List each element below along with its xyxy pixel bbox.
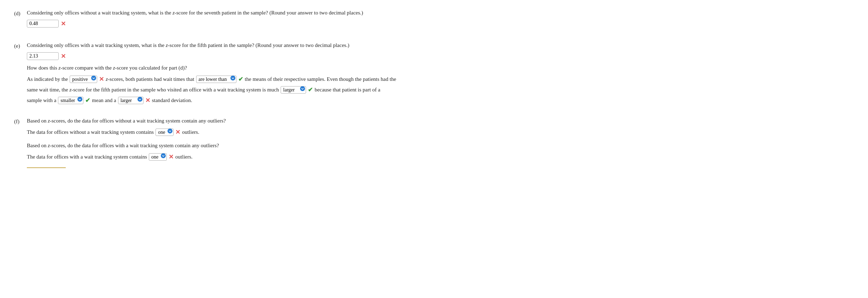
section-f-content: Based on z-scores, do the data for offic… bbox=[27, 117, 854, 168]
section-e-content: Considering only offices with a wait tra… bbox=[27, 41, 854, 107]
sentence1-pre: As indicated by the bbox=[27, 75, 68, 83]
z-italic-s1: z bbox=[106, 76, 108, 82]
dropdown1-incorrect: ✕ bbox=[99, 76, 104, 82]
compare-sentence1: As indicated by the positive negative ✕ … bbox=[27, 75, 854, 83]
section-e: (e) Considering only offices with a wait… bbox=[14, 41, 854, 107]
section-e-question: Considering only offices with a wait tra… bbox=[27, 41, 854, 49]
dropdown1-positive[interactable]: positive negative bbox=[70, 76, 97, 83]
f-dropdown2-one[interactable]: one no two bbox=[149, 153, 167, 161]
sentence1-mid: z-scores, both patients had wait times t… bbox=[106, 75, 194, 83]
dropdown2-lower-than[interactable]: are lower than are higher than are equal… bbox=[196, 76, 236, 83]
dropdown5-wrapper: larger smaller bbox=[118, 97, 143, 104]
dropdown5-incorrect: ✕ bbox=[145, 97, 150, 103]
section-d-label: (d) bbox=[14, 8, 27, 18]
bottom-divider bbox=[27, 167, 66, 168]
sentence3-pre: sample with a bbox=[27, 96, 56, 105]
section-f: (f) Based on z-scores, do the data for o… bbox=[14, 117, 854, 168]
section-d-question: Considering only offices without a wait … bbox=[27, 8, 854, 17]
dropdown3-wrapper: larger smaller bbox=[281, 86, 306, 94]
z-italic-f2: z bbox=[48, 143, 50, 148]
dropdown5-larger[interactable]: larger smaller bbox=[118, 97, 143, 104]
compare-sentence2: same wait time, the z-score for the fift… bbox=[27, 85, 854, 94]
section-d-incorrect-icon: ✕ bbox=[61, 21, 66, 27]
dropdown2-wrapper: are lower than are higher than are equal… bbox=[196, 76, 236, 83]
section-d-answer-row: ✕ bbox=[27, 20, 854, 28]
section-f-question1: Based on z-scores, do the data for offic… bbox=[27, 117, 854, 125]
sentence2-pre: same wait time, the z-score for the fift… bbox=[27, 85, 279, 94]
dropdown3-correct: ✔ bbox=[308, 87, 313, 93]
sentence3-mid: mean and a bbox=[92, 96, 116, 105]
f-sentence2-pre: The data for offices with a wait trackin… bbox=[27, 153, 147, 161]
sentence1-post: the means of their respective samples. E… bbox=[245, 75, 396, 83]
dropdown1-wrapper: positive negative bbox=[70, 76, 97, 83]
f-dropdown1-incorrect: ✕ bbox=[175, 129, 180, 135]
sentence2-mid: because that patient is part of a bbox=[315, 85, 380, 94]
section-e-answer-row: ✕ bbox=[27, 52, 854, 60]
dropdown4-correct: ✔ bbox=[85, 97, 90, 103]
section-e-input[interactable] bbox=[27, 52, 59, 60]
section-f-sentence1: The data for offices without a wait trac… bbox=[27, 128, 854, 136]
section-f-question2: Based on z-scores, do the data for offic… bbox=[27, 141, 854, 150]
dropdown4-wrapper: smaller larger bbox=[58, 97, 83, 104]
f-sentence1-pre: The data for offices without a wait trac… bbox=[27, 128, 154, 136]
section-f-sentence2: The data for offices with a wait trackin… bbox=[27, 153, 854, 161]
z-italic-compare1: z bbox=[59, 65, 61, 71]
z-italic-s2: z bbox=[69, 87, 71, 93]
f-dropdown2-incorrect: ✕ bbox=[169, 154, 174, 160]
sentence3-post: standard deviation. bbox=[152, 96, 192, 105]
f-dropdown1-one[interactable]: one no two bbox=[156, 129, 174, 136]
dropdown2-correct: ✔ bbox=[238, 76, 243, 82]
section-d-content: Considering only offices without a wait … bbox=[27, 8, 854, 31]
f-sentence2-post: outliers. bbox=[175, 153, 193, 161]
section-e-label: (e) bbox=[14, 41, 27, 50]
section-d: (d) Considering only offices without a w… bbox=[14, 8, 854, 31]
dropdown4-smaller[interactable]: smaller larger bbox=[58, 97, 83, 104]
f-dropdown1-wrapper: one no two bbox=[156, 129, 174, 136]
f-sentence1-post: outliers. bbox=[182, 128, 199, 136]
f-dropdown2-wrapper: one no two bbox=[149, 153, 167, 161]
z-italic-f1: z bbox=[48, 118, 50, 124]
z-italic-compare2: z bbox=[113, 65, 115, 71]
z-score-italic-d: z bbox=[172, 10, 175, 16]
section-e-incorrect-icon: ✕ bbox=[61, 53, 66, 59]
z-score-italic-e: z bbox=[166, 42, 168, 48]
section-d-input[interactable] bbox=[27, 20, 59, 28]
section-f-label: (f) bbox=[14, 117, 27, 126]
compare-sentence3: sample with a smaller larger ✔ mean and … bbox=[27, 96, 854, 105]
compare-question: How does this z-score compare with the z… bbox=[27, 64, 854, 72]
dropdown3-larger[interactable]: larger smaller bbox=[281, 86, 306, 94]
